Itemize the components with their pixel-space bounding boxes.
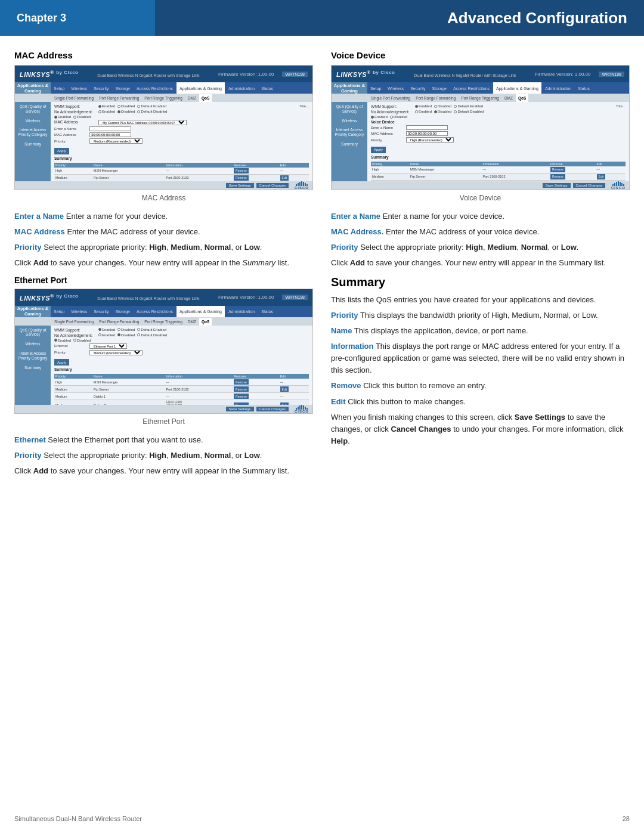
- rs-subtab-vd-spf[interactable]: Single Port Forwarding: [369, 94, 413, 102]
- rs-vd-wmm-row: WMM Support: Enabled Disabled Default En…: [371, 104, 626, 109]
- rs-subtab-dmz[interactable]: DMZ: [185, 94, 199, 102]
- rs-sidebar: QoS (Quality of Service) Wireless Intern…: [15, 102, 51, 181]
- rs-vd-summary-table: Priority Name Information Remove Edit Hi…: [371, 162, 626, 182]
- rs-vd-category-label: Voice Device: [371, 120, 626, 124]
- rs-vd-apply-btn[interactable]: Apply: [371, 147, 386, 153]
- rs-sidebar-eth-iap: Internet Access Priority Category: [16, 351, 49, 361]
- rs-save-btn[interactable]: Save Settings: [226, 183, 254, 188]
- rs-logo: LINKSYS® by Cisco: [20, 70, 79, 78]
- rs-vd-save-btn[interactable]: Save Settings: [543, 183, 571, 188]
- rs-edit-btn[interactable]: Edit: [280, 386, 289, 392]
- rs-edit-btn[interactable]: Edit: [280, 175, 289, 181]
- rs-cisco-logo: CISCO: [295, 181, 309, 190]
- rs-eth-cancel-btn[interactable]: Cancel Changes: [256, 407, 289, 411]
- rs-cancel-btn[interactable]: Cancel Changes: [256, 183, 289, 188]
- rs-vd-name-input[interactable]: [406, 125, 448, 130]
- rs-sidebar-summary: Summary: [16, 142, 49, 147]
- rs-vd-enabled-row: Enabled Disabled: [371, 115, 626, 119]
- rs-tab-eth-security[interactable]: Security: [91, 306, 112, 318]
- voice-device-section-title: Voice Device: [331, 50, 630, 60]
- footer-left-text: Simultaneous Dual-N Band Wireless Router: [14, 815, 142, 822]
- rs-tab-admin[interactable]: Administration: [225, 82, 258, 94]
- rs-body-eth: QoS (Quality of Service) Wireless Intern…: [15, 326, 312, 405]
- rs-tab-access[interactable]: Access Restrictions: [134, 82, 176, 94]
- left-column: MAC Address LINKSYS® by Cisco Dual Band …: [14, 50, 313, 483]
- rs-enter-name-row: Enter a Name: [54, 126, 309, 131]
- rs-vd-cancel-btn[interactable]: Cancel Changes: [573, 183, 605, 188]
- rs-sidebar-eth-wireless: Wireless: [16, 342, 49, 346]
- rs-subtab-qos[interactable]: QoS: [199, 94, 212, 102]
- rs-eth-priority-select[interactable]: Medium (Recommended) High Normal Low: [89, 350, 143, 355]
- rs-tab-vd-status[interactable]: Status: [575, 82, 593, 94]
- rs-tab-vd-apps[interactable]: Applications & Gaming: [493, 82, 541, 94]
- rs-tab-eth-storage[interactable]: Storage: [112, 306, 133, 318]
- rs-tab-eth-wireless[interactable]: Wireless: [68, 306, 90, 318]
- rs-eth-save-btn[interactable]: Save Settings: [226, 407, 254, 411]
- rs-tab-apps[interactable]: Applications & Gaming: [177, 82, 225, 94]
- rs-subtab-prt[interactable]: Port Range Triggering: [142, 94, 185, 102]
- rs-body-vd: QoS (Quality of Service) Wireless Intern…: [332, 102, 629, 181]
- rs-remove-btn[interactable]: Remove: [550, 167, 565, 172]
- rs-remove-btn[interactable]: Remove: [234, 168, 249, 174]
- rs-tab-vd-access[interactable]: Access Restrictions: [450, 82, 493, 94]
- rs-col-remove: Remove: [233, 163, 279, 168]
- rs-remove-btn[interactable]: Remove: [234, 386, 249, 392]
- rs-tab-security[interactable]: Security: [91, 82, 112, 94]
- rs-edit-btn[interactable]: Edit: [597, 174, 606, 179]
- rs-top-bar-vd: LINKSYS® by Cisco Dual Band Wireless N G…: [332, 66, 629, 82]
- rs-subtab-vd-prt[interactable]: Port Range Triggering: [459, 94, 501, 102]
- rs-subtab-eth-prt[interactable]: Port Range Triggering: [142, 318, 185, 326]
- rs-mac-select[interactable]: My Current PCs MAC Address: 00:00:00:00:…: [98, 120, 187, 125]
- rs-remove-btn[interactable]: Remove: [234, 379, 249, 385]
- rs-subtab-eth-qos[interactable]: QoS: [199, 318, 212, 326]
- rs-tab-status[interactable]: Status: [258, 82, 276, 94]
- rs-name-input[interactable]: [89, 126, 131, 131]
- rs-vd-priority-select[interactable]: High (Recommended) Medium Normal Low: [406, 137, 454, 143]
- rs-subtab-eth-prf[interactable]: Port Range Forwarding: [97, 318, 141, 326]
- rs-subtab-eth-spf[interactable]: Single Port Forwarding: [52, 318, 96, 326]
- rs-tab-wireless[interactable]: Wireless: [68, 82, 90, 94]
- rs-eth-enabled-row: Enabled Disabled: [54, 339, 309, 342]
- rs-vd-mac-input[interactable]: [406, 131, 448, 136]
- rs-tab-eth-status[interactable]: Status: [258, 306, 276, 318]
- voice-device-caption: Voice Device: [331, 194, 630, 202]
- rs-subtab-vd-dmz[interactable]: DMZ: [502, 94, 515, 102]
- rs-subtabs-eth: Single Port Forwarding Port Range Forwar…: [15, 317, 312, 326]
- rs-model-vd: Firmware Version: 1.00.00: [535, 72, 590, 77]
- rs-tab-vd-storage[interactable]: Storage: [429, 82, 450, 94]
- rs-tab-eth-access[interactable]: Access Restrictions: [134, 306, 176, 318]
- rs-main-eth: WMM Support: Enabled Disabled Default En…: [51, 326, 312, 405]
- rs-eth-select[interactable]: Ethernet Port 1 Ethernet Port 2 Ethernet…: [89, 343, 127, 349]
- rs-subtab-vd-prf[interactable]: Port Range Forwarding: [413, 94, 458, 102]
- rs-tab-eth-admin[interactable]: Administration: [225, 306, 258, 318]
- rs-subtab-prf[interactable]: Port Range Forwarding: [97, 94, 141, 102]
- main-content: MAC Address LINKSYS® by Cisco Dual Band …: [0, 36, 644, 497]
- rs-remove-btn[interactable]: Remove: [550, 174, 565, 179]
- rs-eth-priority-row: Priority Medium (Recommended) High Norma…: [54, 350, 309, 355]
- rs-tab-vd-wireless[interactable]: Wireless: [385, 82, 407, 94]
- rs-subtabs: Single Port Forwarding Port Range Forwar…: [15, 94, 312, 102]
- rs-mac-address-row: MAC Address: [54, 132, 309, 137]
- rs-subtab-spf[interactable]: Single Port Forwarding: [52, 94, 96, 102]
- rs-tab-vd-admin[interactable]: Administration: [542, 82, 574, 94]
- rs-remove-btn[interactable]: Remove: [234, 175, 249, 181]
- rs-tab-setup[interactable]: Setup: [51, 82, 67, 94]
- rs-remove-btn[interactable]: Remove: [234, 394, 249, 399]
- rs-top-bar: LINKSYS® by Cisco Dual Band Wireless N G…: [15, 66, 312, 82]
- rs-tab-eth-setup[interactable]: Setup: [51, 306, 67, 318]
- rs-tab-eth-apps[interactable]: Applications & Gaming: [177, 306, 225, 318]
- rs-eth-apply-btn[interactable]: Apply: [54, 359, 69, 366]
- rs-apply-btn[interactable]: Apply: [54, 148, 69, 154]
- rs-priority-select[interactable]: Medium (Recommended) High Normal Low: [89, 138, 143, 144]
- rs-subtab-eth-dmz[interactable]: DMZ: [185, 318, 199, 326]
- rs-nav-left-vd: Applications &Gaming: [332, 82, 367, 94]
- rs-tab-vd-setup[interactable]: Setup: [367, 82, 384, 94]
- rs-tab-storage[interactable]: Storage: [112, 82, 133, 94]
- rs-col-info: Information: [165, 163, 233, 168]
- rs-subtab-vd-qos[interactable]: QoS: [516, 94, 528, 102]
- rs-eth-apply-row: Apply: [54, 357, 309, 366]
- rs-eth-summary-table: Priority Name Information Remove Edit Hi…: [54, 374, 309, 405]
- rs-mac-input[interactable]: [89, 132, 131, 137]
- page-title: Advanced Configuration: [447, 0, 644, 36]
- rs-tab-vd-security[interactable]: Security: [407, 82, 428, 94]
